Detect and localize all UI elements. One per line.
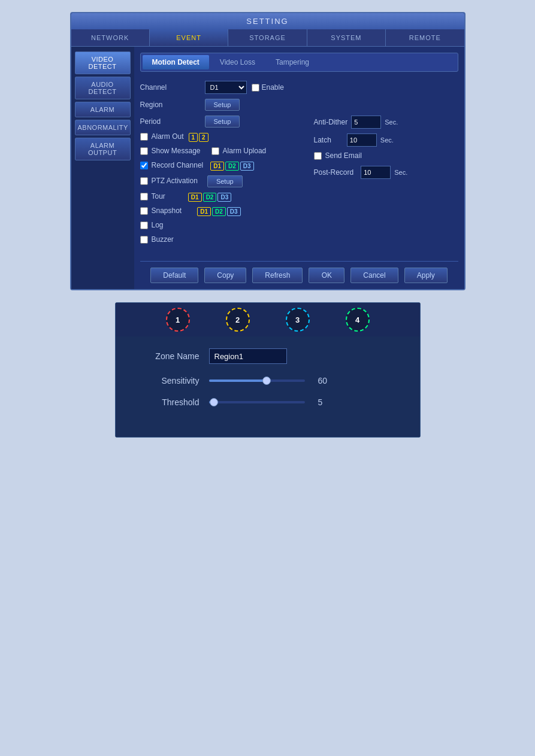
sensitivity-thumb[interactable]	[262, 377, 271, 385]
alarm-out-badges: 1 2	[189, 133, 208, 142]
setting-panel: SETTING NETWORK EVENT STORAGE SYSTEM REM…	[70, 12, 466, 290]
alarm-upload-checkbox[interactable]	[211, 147, 219, 155]
sidebar: VIDEO DETECT AUDIO DETECT ALARM ABNORMAL…	[71, 47, 134, 289]
nav-storage[interactable]: STORAGE	[228, 29, 307, 46]
sidebar-item-alarm-output[interactable]: ALARM OUTPUT	[75, 138, 131, 160]
alarm-out-badge-2: 2	[199, 133, 208, 142]
zone-name-label: Zone Name	[140, 351, 200, 361]
threshold-thumb[interactable]	[210, 398, 218, 406]
tour-row: Tour D1 D2 D3	[140, 192, 296, 202]
tab-bar: Motion Detect Video Loss Tampering	[140, 53, 458, 72]
sidebar-item-audio-detect[interactable]: AUDIO DETECT	[75, 77, 131, 99]
region-setup-btn[interactable]: Setup	[205, 99, 240, 111]
period-label: Period	[140, 117, 200, 126]
enable-checkbox[interactable]	[252, 84, 259, 92]
send-email-check: Send Email	[314, 151, 362, 160]
send-email-label: Send Email	[325, 151, 362, 160]
buzzer-label: Buzzer	[152, 235, 174, 244]
zone-1-bubble[interactable]: 1	[166, 308, 190, 332]
tab-video-loss[interactable]: Video Loss	[210, 55, 265, 69]
record-badge-d2: D2	[225, 162, 239, 171]
cancel-button[interactable]: Cancel	[350, 268, 398, 283]
tour-checkbox[interactable]	[140, 193, 148, 201]
copy-button[interactable]: Copy	[204, 268, 246, 283]
post-record-sec: Sec.	[394, 169, 407, 176]
alarm-out-row: Alarm Out 1 2	[140, 132, 296, 142]
ok-button[interactable]: OK	[309, 268, 344, 283]
nav-network[interactable]: NETWORK	[71, 29, 150, 46]
top-nav: NETWORK EVENT STORAGE SYSTEM REMOTE	[71, 29, 464, 47]
tab-tampering[interactable]: Tampering	[266, 55, 319, 69]
tab-motion-detect[interactable]: Motion Detect	[143, 55, 209, 69]
alarm-out-check-row: Alarm Out	[140, 132, 184, 141]
two-col: Period Setup Alarm Out 1	[140, 116, 458, 250]
ptz-checkbox[interactable]	[140, 177, 148, 185]
right-panel: Motion Detect Video Loss Tampering Chann…	[134, 47, 464, 289]
zone-2-bubble[interactable]: 2	[226, 308, 250, 332]
alarm-upload-label: Alarm Upload	[223, 147, 267, 155]
sidebar-item-abnormality[interactable]: ABNORMALITY	[75, 120, 131, 135]
zone-4-bubble[interactable]: 4	[346, 308, 370, 332]
region-label: Region	[140, 101, 200, 109]
anti-dither-input[interactable]	[351, 116, 381, 129]
sensitivity-row: Sensitivity 60	[140, 376, 396, 385]
nav-event[interactable]: EVENT	[150, 29, 228, 46]
record-channel-label: Record Channel	[152, 161, 204, 169]
buzzer-checkbox[interactable]	[140, 236, 148, 244]
sensitivity-fill	[209, 379, 267, 382]
alarm-out-checkbox[interactable]	[140, 133, 148, 141]
channel-select[interactable]: D1	[205, 81, 247, 94]
record-channel-row: Record Channel D1 D2 D3	[140, 161, 296, 171]
region-popup: 1 2 3 4 Zone Name Sensitivity	[115, 302, 421, 438]
post-record-label: Post-Record	[314, 168, 354, 177]
setting-title: SETTING	[71, 13, 464, 29]
post-record-input[interactable]	[361, 166, 391, 179]
threshold-row: Threshold 5	[140, 397, 396, 407]
refresh-button[interactable]: Refresh	[252, 268, 303, 283]
threshold-value: 5	[318, 397, 323, 407]
log-label: Log	[152, 221, 164, 229]
threshold-track	[209, 401, 305, 403]
record-channel-checkbox[interactable]	[140, 162, 148, 169]
nav-remote[interactable]: REMOTE	[386, 29, 464, 46]
ptz-row: PTZ Activation Setup	[140, 175, 296, 187]
default-button[interactable]: Default	[150, 268, 198, 283]
show-msg-check: Show Message	[140, 147, 201, 155]
send-email-row: Send Email	[314, 151, 458, 161]
record-badge-d1: D1	[210, 162, 224, 171]
enable-row: Enable	[252, 83, 284, 92]
tour-badge-d1: D1	[188, 193, 202, 202]
show-message-checkbox[interactable]	[140, 147, 148, 155]
col-left: Period Setup Alarm Out 1	[140, 116, 296, 250]
tour-badge-d2: D2	[203, 193, 217, 202]
latch-sec: Sec.	[380, 136, 394, 144]
col-right: Anti-Dither Sec. Latch Sec.	[314, 116, 458, 250]
channel-label: Channel	[140, 83, 200, 92]
snapshot-checkbox[interactable]	[140, 207, 148, 215]
zone-3-bubble[interactable]: 3	[286, 308, 310, 332]
send-email-checkbox[interactable]	[314, 152, 322, 160]
ptz-setup-btn[interactable]: Setup	[207, 175, 243, 187]
anti-dither-label: Anti-Dither	[314, 118, 348, 126]
snapshot-badges: D1 D2 D3	[197, 207, 240, 216]
latch-label: Latch	[314, 136, 331, 144]
period-setup-btn[interactable]: Setup	[205, 116, 240, 127]
sidebar-item-alarm[interactable]: ALARM	[75, 102, 131, 117]
latch-input[interactable]	[347, 133, 377, 147]
apply-button[interactable]: Apply	[404, 268, 448, 283]
region-row: Region Setup	[140, 99, 458, 111]
ptz-label: PTZ Activation	[152, 177, 198, 185]
zone-selector-bar: 1 2 3 4	[116, 303, 420, 336]
sidebar-item-video-detect[interactable]: VIDEO DETECT	[75, 51, 131, 74]
sensitivity-label: Sensitivity	[140, 376, 200, 385]
bottom-buttons: Default Copy Refresh OK Cancel Apply	[140, 261, 458, 283]
log-checkbox[interactable]	[140, 221, 148, 229]
anti-dither-row: Anti-Dither Sec.	[314, 116, 458, 129]
zone-name-input[interactable]	[209, 348, 287, 364]
enable-label: Enable	[262, 83, 284, 92]
nav-system[interactable]: SYSTEM	[307, 29, 386, 46]
latch-row: Latch Sec.	[314, 133, 458, 147]
region-content: Zone Name Sensitivity 60 Threshold	[116, 336, 420, 437]
tour-badge-d3: D3	[217, 193, 231, 202]
record-badges: D1 D2 D3	[210, 162, 253, 171]
